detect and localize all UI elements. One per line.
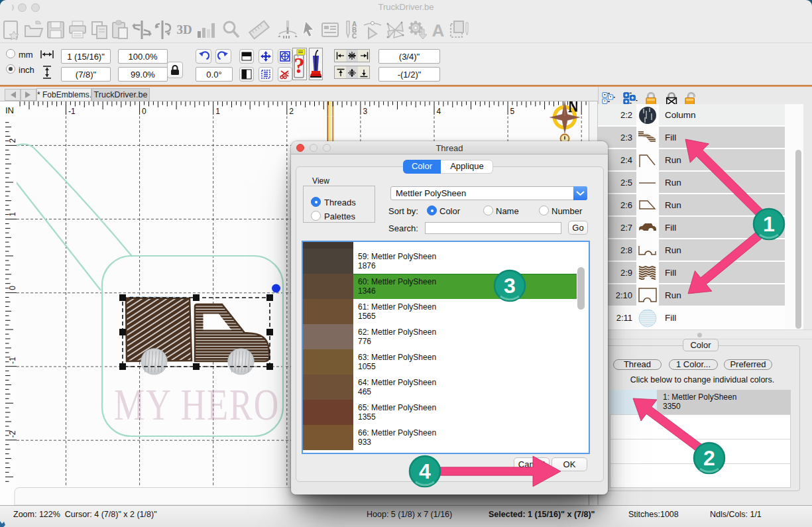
svg-text:4: 4 bbox=[437, 107, 441, 116]
svg-text:0: 0 bbox=[8, 286, 17, 290]
svg-text:IN: IN bbox=[5, 105, 14, 115]
svg-text:1: 1 bbox=[8, 212, 17, 217]
svg-text:3D: 3D bbox=[176, 23, 192, 36]
svg-text:1: 1 bbox=[215, 107, 220, 116]
svg-text:-1: -1 bbox=[68, 107, 76, 116]
svg-text:0: 0 bbox=[142, 107, 146, 116]
svg-text:-2: -2 bbox=[8, 430, 17, 438]
svg-text:2: 2 bbox=[8, 138, 17, 143]
svg-text:5: 5 bbox=[510, 107, 515, 116]
svg-text:2: 2 bbox=[289, 107, 294, 116]
svg-text:?: ? bbox=[294, 54, 305, 78]
svg-text:A: A bbox=[432, 21, 445, 40]
svg-text:3: 3 bbox=[363, 107, 367, 116]
svg-text:MY HERO: MY HERO bbox=[114, 381, 280, 430]
svg-text:C: C bbox=[352, 32, 357, 40]
svg-text:-1: -1 bbox=[8, 357, 17, 364]
